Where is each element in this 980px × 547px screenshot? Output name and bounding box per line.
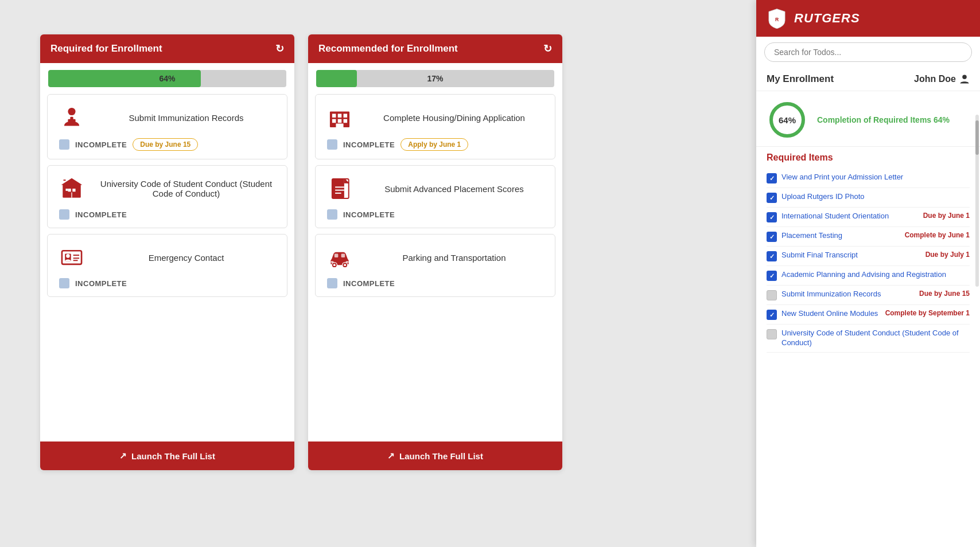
svg-rect-8 [64, 179, 66, 181]
req-checkbox[interactable] [767, 232, 777, 242]
list-item[interactable]: Submit Immunization Records INCOMPLETE D… [47, 94, 287, 159]
req-item-due: Due by July 1 [924, 251, 970, 259]
req-checkbox[interactable] [767, 173, 777, 183]
list-item[interactable]: University Code of Student Conduct (Stud… [47, 165, 287, 228]
req-item-label: Submit Final Transcript [781, 251, 919, 260]
status-label: INCOMPLETE [343, 279, 395, 288]
status-label: INCOMPLETE [75, 140, 127, 149]
list-item[interactable]: Emergency Contact INCOMPLETE [47, 234, 287, 297]
item-top: Parking and Transportation [325, 243, 546, 272]
required-items-list: Submit Immunization Records INCOMPLETE D… [40, 94, 294, 441]
list-item[interactable]: International Student OrientationDue by … [767, 208, 970, 227]
completion-row: 64% Completion of Required Items 64% [756, 91, 980, 147]
completion-text: Completion of Required Items 64% [817, 115, 950, 124]
list-item[interactable]: Parking and Transportation INCOMPLETE [315, 234, 555, 297]
recommended-enrollment-card: Recommended for Enrollment ↻ 17% [308, 34, 562, 470]
recommended-progress-label: 17% [316, 74, 554, 83]
svg-marker-4 [61, 178, 83, 185]
req-checkbox[interactable] [767, 290, 777, 300]
req-item-label: View and Print your Admission Letter [781, 173, 970, 182]
user-icon [959, 74, 970, 84]
building-large-icon [325, 103, 355, 132]
req-checkbox[interactable] [767, 193, 777, 203]
item-title: Complete Housing/Dining Application [363, 113, 546, 123]
document-icon [325, 174, 355, 204]
scrollbar-thumb[interactable] [975, 120, 979, 155]
list-item[interactable]: Complete Housing/Dining Application INCO… [315, 94, 555, 159]
list-item[interactable]: Academic Planning and Advising and Regis… [767, 266, 970, 286]
my-enrollment-label: My Enrollment [767, 73, 834, 85]
circular-label: 64% [779, 115, 796, 125]
launch-icon: ↗︎ [387, 451, 395, 461]
item-top: Emergency Contact [57, 243, 278, 272]
list-item[interactable]: New Student Online ModulesComplete by Se… [767, 305, 970, 325]
req-item-label: Placement Testing [781, 231, 900, 241]
item-bottom: INCOMPLETE Apply by June 1 [325, 138, 546, 151]
req-checkbox[interactable] [767, 271, 777, 281]
recommended-card-title: Recommended for Enrollment [318, 43, 458, 54]
list-item[interactable]: University Code of Student Conduct (Stud… [767, 325, 970, 353]
svg-rect-20 [332, 119, 336, 123]
svg-rect-17 [332, 114, 336, 118]
req-item-label: New Student Online Modules [781, 309, 881, 319]
req-checkbox[interactable] [767, 212, 777, 222]
item-title: Emergency Contact [95, 253, 278, 263]
item-top: Submit Immunization Records [57, 103, 278, 132]
svg-rect-36 [330, 261, 333, 263]
due-badge: Due by June 15 [133, 138, 198, 151]
status-checkbox [327, 209, 337, 220]
req-checkbox[interactable] [767, 329, 777, 339]
required-card-title: Required for Enrollment [50, 43, 162, 54]
search-input[interactable] [764, 42, 972, 62]
req-item-label: Academic Planning and Advising and Regis… [781, 270, 970, 280]
status-checkbox [59, 209, 69, 220]
svg-rect-5 [68, 189, 71, 192]
item-bottom: INCOMPLETE [57, 209, 278, 220]
required-launch-button[interactable]: ↗︎ Launch The Full List [40, 441, 294, 470]
status-label: INCOMPLETE [343, 210, 395, 219]
svg-rect-35 [341, 253, 345, 257]
scrollbar-track [975, 115, 979, 287]
status-checkbox [327, 139, 337, 150]
svg-rect-7 [66, 189, 68, 191]
required-items-title: Required Items [767, 153, 970, 163]
req-item-label: University Code of Student Conduct (Stud… [781, 329, 970, 348]
item-bottom: INCOMPLETE [57, 278, 278, 288]
recommended-launch-button[interactable]: ↗︎ Launch The Full List [308, 441, 562, 470]
req-checkbox[interactable] [767, 251, 777, 261]
item-title: Submit Immunization Records [95, 113, 278, 123]
list-item[interactable]: Submit Immunization RecordsDue by June 1… [767, 286, 970, 305]
svg-rect-6 [72, 189, 75, 192]
sidebar: R RUTGERS My Enrollment John Doe 64% Com… [756, 0, 980, 547]
svg-rect-22 [344, 119, 348, 123]
list-item[interactable]: Upload Rutgers ID Photo [767, 188, 970, 208]
item-top: Submit Advanced Placement Scores [325, 174, 546, 204]
req-checkbox[interactable] [767, 310, 777, 320]
car-icon [325, 243, 355, 272]
list-item[interactable]: View and Print your Admission Letter [767, 169, 970, 188]
svg-point-33 [344, 264, 346, 266]
svg-point-39 [962, 75, 967, 80]
svg-point-12 [66, 254, 70, 258]
list-item[interactable]: Placement TestingComplete by June 1 [767, 227, 970, 247]
required-refresh-icon[interactable]: ↻ [275, 42, 284, 55]
rutgers-shield-icon: R [767, 8, 787, 29]
list-item[interactable]: Submit Final TranscriptDue by July 1 [767, 247, 970, 266]
req-item-due: Due by June 1 [923, 212, 970, 220]
recommended-items-list: Complete Housing/Dining Application INCO… [308, 94, 562, 441]
status-label: INCOMPLETE [343, 140, 395, 149]
req-item-label: Upload Rutgers ID Photo [781, 192, 970, 202]
list-item[interactable]: Submit Advanced Placement Scores INCOMPL… [315, 165, 555, 228]
item-title: Parking and Transportation [363, 253, 546, 263]
svg-rect-18 [338, 114, 342, 118]
status-checkbox [59, 139, 69, 150]
status-checkbox [327, 278, 337, 288]
req-item-label: Submit Immunization Records [781, 290, 915, 299]
recommended-refresh-icon[interactable]: ↻ [543, 42, 552, 55]
user-name: John Doe [914, 74, 970, 84]
req-item-due: Due by June 15 [919, 290, 970, 298]
status-checkbox [59, 278, 69, 288]
required-enrollment-card: Required for Enrollment ↻ 64% [40, 34, 294, 470]
launch-label: Launch The Full List [131, 451, 215, 461]
required-progress-label: 64% [48, 74, 286, 83]
